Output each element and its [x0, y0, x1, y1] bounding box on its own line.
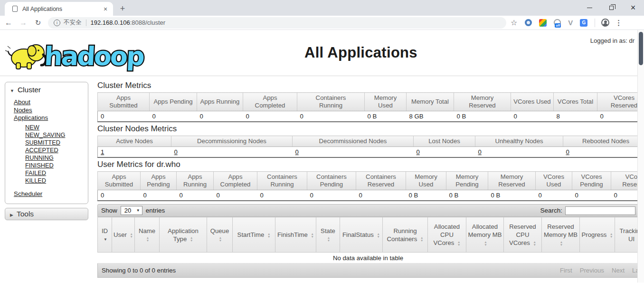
scrollbar-thumb[interactable] [639, 32, 643, 65]
extensions-row: off V G [525, 19, 587, 27]
nav-section-tools[interactable]: ▶Tools [5, 208, 88, 220]
page-title: All Applications [304, 44, 417, 61]
column-header-tracking-ui[interactable]: Tracking UI [615, 217, 639, 253]
previous-page-button[interactable]: Previous [576, 266, 608, 275]
next-page-button[interactable]: Next [608, 266, 628, 275]
killed-link[interactable]: KILLED [25, 177, 46, 184]
v-extension-icon[interactable]: V [568, 19, 573, 27]
sidebar-item-accepted[interactable]: ACCEPTED [25, 146, 88, 154]
browser-menu-icon[interactable]: ⋮ [615, 19, 622, 27]
column-header-name[interactable]: Name [135, 217, 160, 253]
sidebar-item-new-saving[interactable]: NEW_SAVING [25, 131, 88, 138]
running-link[interactable]: RUNNING [25, 154, 54, 161]
sort-icon [267, 233, 270, 238]
finished-link[interactable]: FINISHED [25, 162, 54, 169]
nodes-link[interactable]: Nodes [14, 107, 32, 114]
new-saving-link[interactable]: NEW_SAVING [25, 131, 65, 138]
column-header-state[interactable]: State [316, 217, 340, 253]
scrollbar-track[interactable] [637, 30, 644, 283]
download-manager-extension-icon[interactable] [525, 19, 532, 26]
reload-icon[interactable]: ↻ [32, 19, 44, 27]
info-icon[interactable]: i [54, 20, 60, 26]
sidebar-item-finished[interactable]: FINISHED [25, 161, 88, 169]
browser-tab[interactable]: All Applications × [5, 2, 113, 16]
column-header-allocated-cpu-vcores[interactable]: Allocated CPU VCores [428, 217, 466, 253]
nav-section-cluster[interactable]: ▼Cluster [5, 85, 88, 96]
metric-value: 0 [611, 190, 639, 201]
empty-table-message: No data available in table [97, 253, 639, 263]
metric-value: 0 [414, 147, 475, 158]
column-header-progress[interactable]: Progress [580, 217, 615, 253]
column-header-id[interactable]: ID [98, 217, 112, 253]
column-header: Memory Used [406, 172, 446, 190]
decommissioning-nodes-link[interactable]: 0 [174, 148, 178, 156]
column-header-reserved-cpu-vcores[interactable]: Reserved CPU VCores [504, 217, 542, 253]
accepted-link[interactable]: ACCEPTED [25, 146, 58, 154]
decommissioned-nodes-link[interactable]: 0 [295, 148, 299, 156]
new-tab-button[interactable]: + [116, 2, 129, 15]
rebooted-nodes-link[interactable]: 0 [566, 148, 569, 156]
bookmark-star-icon[interactable]: ☆ [511, 18, 517, 27]
proxy-off-extension-icon[interactable]: off [554, 19, 561, 26]
sort-icon [457, 241, 460, 246]
divider [86, 20, 86, 26]
close-button[interactable]: × [622, 0, 644, 16]
metric-value: 0 [177, 190, 214, 201]
nodes-metrics-table-wrap: Active Nodes Decommissioning Nodes Decom… [97, 136, 639, 158]
scheduler-link[interactable]: Scheduler [14, 190, 42, 197]
column-header-finishtime[interactable]: FinishTime [275, 217, 316, 253]
sidebar-item-killed[interactable]: KILLED [25, 176, 88, 184]
translate-extension-icon[interactable]: G [580, 19, 587, 27]
sidebar-item-about[interactable]: About [14, 98, 88, 106]
table-info-text: Showing 0 to 0 of 0 entries [102, 267, 176, 274]
column-header: Unhealthy Nodes [475, 136, 563, 147]
restore-button[interactable] [600, 0, 622, 16]
profile-avatar-icon[interactable] [601, 19, 609, 27]
column-header-application-type[interactable]: Application Type [160, 217, 207, 253]
unhealthy-nodes-link[interactable]: 0 [478, 148, 482, 156]
metric-value: 0 [141, 190, 177, 201]
sort-icon [484, 241, 487, 246]
sidebar-item-new[interactable]: NEW [25, 123, 88, 131]
address-bar[interactable]: i 不安全 192.168.0.106:8088/cluster [48, 17, 506, 29]
column-header-queue[interactable]: Queue [207, 217, 233, 253]
forward-icon[interactable]: → [17, 19, 29, 27]
applications-link[interactable]: Applications [14, 114, 48, 121]
page-size-select[interactable]: 20 ▼ [121, 206, 142, 215]
metric-value: 0 [307, 190, 356, 201]
column-header-starttime[interactable]: StartTime [233, 217, 275, 253]
table-row: 1 0 0 0 0 0 [98, 147, 639, 158]
sidebar-item-nodes[interactable]: Nodes [14, 106, 88, 114]
metric-value: 0 [243, 111, 297, 122]
sidebar-item-applications[interactable]: Applications [14, 114, 88, 122]
sidebar-item-submitted[interactable]: SUBMITTED [25, 138, 88, 146]
metric-value: 0 [475, 147, 563, 158]
tab-close-icon[interactable]: × [102, 5, 109, 13]
metric-value: 0 [257, 190, 307, 201]
lost-nodes-link[interactable]: 0 [417, 148, 420, 156]
sidebar-item-scheduler[interactable]: Scheduler [14, 189, 88, 198]
back-icon[interactable]: ← [2, 19, 15, 27]
column-header-reserved-memory-mb[interactable]: Reserved Memory MB [542, 217, 580, 253]
first-page-button[interactable]: First [556, 266, 576, 275]
column-header: VCores Pending [572, 172, 611, 190]
column-header: Apps Pending [141, 172, 177, 190]
about-link[interactable]: About [14, 98, 30, 106]
minimize-button[interactable] [578, 0, 600, 16]
column-header: Decommissioned Nodes [293, 136, 414, 147]
nodes-metrics-table: Active Nodes Decommissioning Nodes Decom… [97, 136, 639, 158]
column-header-user[interactable]: User [112, 217, 135, 253]
submitted-link[interactable]: SUBMITTED [25, 139, 60, 146]
lightning-extension-icon[interactable] [539, 19, 547, 27]
column-header-finalstatus[interactable]: FinalStatus [340, 217, 383, 253]
active-nodes-link[interactable]: 1 [101, 148, 104, 156]
search-input[interactable] [565, 206, 635, 215]
metric-value: 0 B [406, 190, 446, 201]
new-link[interactable]: NEW [25, 124, 39, 131]
column-header-running-containers[interactable]: Running Containers [383, 217, 428, 253]
failed-link[interactable]: FAILED [25, 169, 46, 176]
sidebar-item-running[interactable]: RUNNING [25, 154, 88, 161]
column-header-allocated-memory-mb[interactable]: Allocated Memory MB [466, 217, 504, 253]
sidebar-item-failed[interactable]: FAILED [25, 169, 88, 176]
tools-section-label: Tools [17, 210, 34, 218]
